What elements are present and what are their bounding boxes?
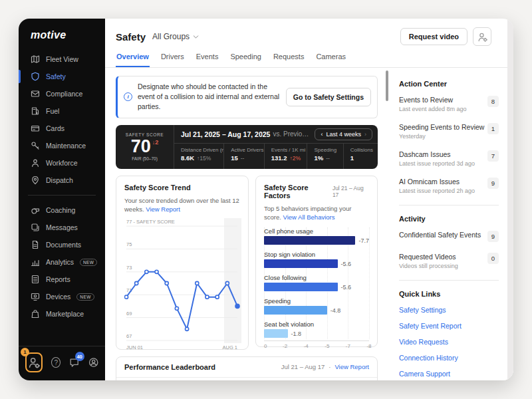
panel-divider	[399, 205, 499, 205]
svg-text:75: 75	[126, 242, 132, 248]
view-report-link[interactable]: View Report	[146, 205, 180, 213]
comparison-label: vs. Previous Sc…	[273, 130, 312, 138]
svg-text:77 - SAFETY SCORE: 77 - SAFETY SCORE	[126, 219, 175, 225]
bar[interactable]	[264, 283, 338, 291]
quick-link-safety-settings[interactable]: Safety Settings	[399, 306, 499, 314]
bar[interactable]	[264, 259, 338, 268]
sidebar-item-devices[interactable]: DevicesNEW	[19, 288, 105, 305]
sidebar-item-safety[interactable]: Safety	[19, 68, 105, 85]
card-icon	[31, 124, 40, 133]
sidebar-item-analytics[interactable]: AnalyticsNEW	[19, 253, 105, 271]
view-all-behaviors-link[interactable]: View All Behaviors	[283, 213, 335, 221]
admin-button[interactable]: 1	[25, 352, 43, 372]
stat-distance-driven-mi-: Distance Driven (mi)8.6K↑15%	[174, 144, 223, 169]
panel-item-ai-omnicam-issues[interactable]: AI Omnicam IssuesLatest issue reported 2…	[399, 178, 499, 194]
main-scrollbar[interactable]	[384, 68, 390, 380]
safety-score-value: 70	[131, 137, 151, 156]
panel-item-confidential-safety-events[interactable]: Confidential Safety Events9	[399, 231, 499, 242]
bar[interactable]	[264, 329, 288, 338]
quick-link-video-requests[interactable]: Video Requests	[399, 338, 499, 346]
count-badge: 8	[487, 96, 499, 107]
request-video-button[interactable]: Request video	[400, 28, 467, 45]
notifications-button[interactable]: 40	[69, 356, 79, 368]
svg-text:73: 73	[126, 265, 132, 271]
scrollbar-thumb[interactable]	[386, 70, 388, 101]
trend-line-chart: 77 - SAFETY SCORE7573716967JUN 01AUG 1	[124, 214, 240, 354]
date-range: Jul 21, 2025 – Aug 17, 2025	[181, 130, 270, 138]
bar[interactable]	[264, 236, 355, 245]
leaderboard-view-report-link[interactable]: View Report	[334, 363, 369, 370]
count-badge: 7	[487, 150, 499, 162]
panel-item-requested-videos[interactable]: Requested VideosVideos still processing0	[399, 253, 499, 269]
sidebar-item-label: Cards	[46, 124, 65, 132]
sidebar-item-compliance[interactable]: Compliance	[19, 85, 105, 102]
factors-card-range: Jul 21 – Aug 17	[332, 185, 369, 198]
sidebar-item-workforce[interactable]: Workforce	[19, 154, 105, 172]
action-center-title: Action Center	[399, 80, 499, 88]
sidebar-item-cards[interactable]: Cards	[19, 120, 105, 137]
quick-link-safety-event-report[interactable]: Safety Event Report	[399, 322, 499, 330]
group-selector[interactable]: All Groups	[152, 32, 199, 41]
person-gear-icon	[477, 32, 487, 42]
sidebar-footer: 1 ? 40	[19, 346, 105, 380]
count-badge: 9	[487, 178, 499, 189]
collision-contact-banner: i Designate who should be contacted in t…	[116, 76, 378, 118]
sidebar-item-fleet-view[interactable]: Fleet View	[19, 51, 105, 68]
factors-card-title: Safety Score Factors	[264, 184, 332, 200]
sidebar-item-dispatch[interactable]: Dispatch	[19, 172, 105, 189]
banner-text: Designate who should be contacted in the…	[138, 82, 281, 112]
notification-count-badge: 40	[75, 352, 84, 361]
wrench-icon	[31, 141, 40, 150]
next-period-icon[interactable]: ›	[364, 131, 366, 138]
sidebar-item-fuel[interactable]: Fuel	[19, 102, 105, 120]
panel-item-dashcam-issues[interactable]: Dashcam IssuesLatest issue reported 3d a…	[399, 150, 499, 167]
panel-item-speeding-events-to-review[interactable]: Speeding Events to ReviewYesterday1	[399, 123, 499, 140]
envelope-check-icon	[31, 89, 40, 98]
performance-leaderboard-card: Performance Leaderboard Jul 21 – Aug 17 …	[116, 356, 378, 380]
sidebar-item-coaching[interactable]: Coaching	[19, 201, 105, 219]
page-title: Safety	[116, 31, 146, 43]
account-button[interactable]	[88, 356, 98, 368]
tab-requests[interactable]: Requests	[273, 53, 305, 67]
new-badge: NEW	[76, 293, 94, 301]
factor-bar-stop-sign-violation: Stop sign violation-5.6	[264, 251, 369, 268]
period-selector[interactable]: ‹ Last 4 weeks ›	[315, 128, 372, 140]
right-panel: Action Center Events to ReviewLast event…	[390, 68, 513, 380]
sidebar-item-label: Devices	[46, 293, 70, 301]
tab-speeding[interactable]: Speeding	[229, 53, 262, 67]
svg-text:AUG 1: AUG 1	[222, 344, 237, 350]
devices-icon	[31, 292, 40, 301]
window-scrollbar-track[interactable]	[507, 19, 513, 380]
document-icon	[31, 240, 40, 249]
prev-period-icon[interactable]: ‹	[321, 131, 323, 138]
sidebar-item-label: Fuel	[46, 107, 59, 115]
sidebar-item-maintenance[interactable]: Maintenance	[19, 137, 105, 154]
go-to-safety-settings-button[interactable]: Go to Safety Settings	[286, 88, 371, 106]
driver-settings-button[interactable]	[473, 27, 491, 46]
quick-link-connection-history[interactable]: Connection History	[399, 354, 499, 362]
map-icon	[31, 55, 40, 64]
activity-title: Activity	[399, 215, 499, 223]
chart-icon	[31, 257, 40, 267]
safety-score-factors-card: Safety Score Factors Jul 21 – Aug 17 Top…	[255, 176, 378, 347]
info-icon: i	[124, 92, 132, 101]
tab-events[interactable]: Events	[196, 53, 219, 67]
tab-cameras[interactable]: Cameras	[315, 53, 346, 67]
stat-speeding: Speeding1%--	[307, 144, 342, 169]
svg-text:67: 67	[126, 333, 132, 339]
tab-overview[interactable]: Overview	[116, 53, 150, 67]
sidebar-item-marketplace[interactable]: Marketplace	[19, 305, 105, 323]
tab-drivers[interactable]: Drivers	[160, 53, 185, 67]
sidebar-item-documents[interactable]: Documents	[19, 236, 105, 253]
sidebar-item-messages[interactable]: Messages	[19, 219, 105, 236]
bar[interactable]	[264, 306, 327, 315]
leaderboard-title: Performance Leaderboard	[124, 363, 215, 371]
bar-chart-x-axis: 0-2-4-5-7-8	[264, 340, 369, 350]
sidebar-item-reports[interactable]: Reports	[19, 271, 105, 288]
sidebar-item-label: Workforce	[46, 159, 78, 167]
help-button[interactable]: ?	[51, 357, 61, 368]
quick-link-camera-support[interactable]: Camera Support	[399, 370, 499, 378]
sidebar-item-label: Documents	[46, 241, 81, 249]
panel-item-events-to-review[interactable]: Events to ReviewLast event added 8m ago8	[399, 96, 499, 112]
count-badge: 1	[487, 123, 499, 134]
